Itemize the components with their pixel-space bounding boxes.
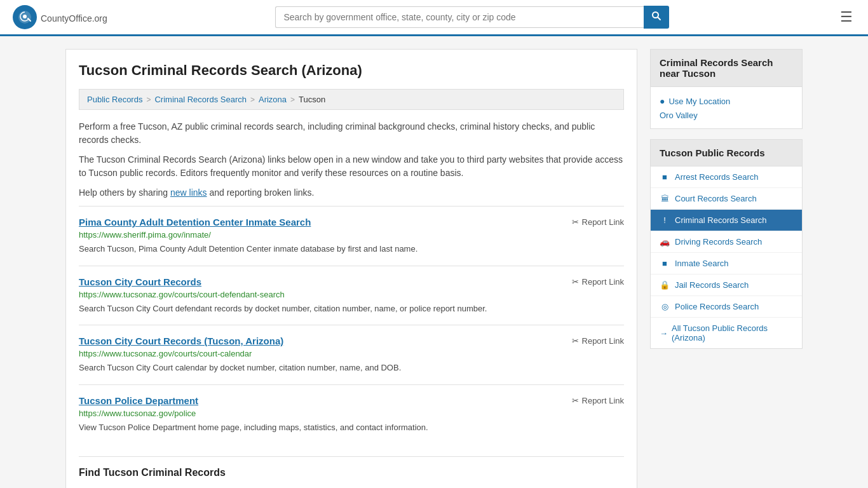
- header: CountyOffice.org ☰: [0, 0, 868, 36]
- result-title-0[interactable]: Pima County Adult Detention Center Inmat…: [79, 217, 311, 227]
- report-link-button-0[interactable]: ✂ Report Link: [572, 217, 624, 227]
- hamburger-menu-button[interactable]: ☰: [837, 6, 855, 28]
- result-desc-0: Search Tucson, Pima County Adult Detenti…: [79, 243, 624, 255]
- use-my-location-button[interactable]: ● Use My Location: [660, 93, 793, 109]
- breadcrumb-sep-2: >: [250, 95, 255, 104]
- result-item-2: Tucson City Court Records (Tucson, Arizo…: [79, 325, 624, 384]
- record-label-inmate: Inmate Search: [675, 259, 729, 268]
- record-label-arrest: Arrest Records Search: [675, 172, 759, 182]
- nearby-content: ● Use My Location Oro Valley: [651, 87, 802, 128]
- all-records-link[interactable]: → All Tucson Public Records (Arizona): [651, 318, 802, 348]
- result-item-1: Tucson City Court Records ✂ Report Link …: [79, 266, 624, 325]
- result-title-2[interactable]: Tucson City Court Records (Tucson, Arizo…: [79, 336, 283, 346]
- result-url-0: https://www.sheriff.pima.gov/inmate/: [79, 230, 624, 240]
- result-header-1: Tucson City Court Records ✂ Report Link: [79, 276, 624, 287]
- result-url-2: https://www.tucsonaz.gov/courts/court-ca…: [79, 349, 624, 358]
- record-label-police: Police Records Search: [675, 302, 759, 311]
- record-item-arrest[interactable]: ■ Arrest Records Search: [651, 166, 802, 188]
- record-item-police[interactable]: ◎ Police Records Search: [651, 296, 802, 318]
- result-header-0: Pima County Adult Detention Center Inmat…: [79, 217, 624, 227]
- description-para3: Help others by sharing new links and rep…: [79, 186, 624, 200]
- report-link-button-1[interactable]: ✂ Report Link: [572, 277, 624, 287]
- report-link-button-2[interactable]: ✂ Report Link: [572, 336, 624, 346]
- result-item-0: Pima County Adult Detention Center Inmat…: [79, 206, 624, 266]
- nearby-header: Criminal Records Search near Tucson: [651, 50, 802, 87]
- result-desc-3: View Tucson Police Department home page,…: [79, 421, 624, 434]
- sidebar: Criminal Records Search near Tucson ● Us…: [650, 49, 803, 488]
- breadcrumb-arizona[interactable]: Arizona: [259, 95, 287, 104]
- record-label-criminal: Criminal Records Search: [675, 215, 767, 225]
- result-item-3: Tucson Police Department ✂ Report Link h…: [79, 384, 624, 444]
- jail-icon: 🔒: [660, 280, 670, 290]
- new-links-link[interactable]: new links: [170, 187, 207, 198]
- court-icon: 🏛: [660, 194, 670, 203]
- result-title-3[interactable]: Tucson Police Department: [79, 395, 198, 406]
- location-pin-icon: ●: [660, 96, 665, 106]
- description-para3-suffix: and reporting broken links.: [207, 187, 315, 198]
- driving-icon: 🚗: [660, 237, 670, 247]
- logo-text: CountyOffice.org: [41, 10, 107, 25]
- public-records-box: Tucson Public Records ■ Arrest Records S…: [650, 139, 803, 349]
- search-input[interactable]: [275, 6, 644, 28]
- result-url-1: https://www.tucsonaz.gov/courts/court-de…: [79, 290, 624, 299]
- record-label-jail: Jail Records Search: [675, 280, 749, 290]
- scissors-icon-2: ✂: [572, 336, 579, 346]
- report-label-2: Report Link: [582, 336, 624, 346]
- search-bar-container: [275, 6, 669, 29]
- breadcrumb-sep-3: >: [290, 95, 295, 104]
- record-label-driving: Driving Records Search: [675, 237, 762, 247]
- description-para3-prefix: Help others by sharing: [79, 187, 170, 198]
- arrest-icon: ■: [660, 172, 670, 182]
- record-item-driving[interactable]: 🚗 Driving Records Search: [651, 231, 802, 253]
- result-url-3: https://www.tucsonaz.gov/police: [79, 409, 624, 418]
- nearby-box: Criminal Records Search near Tucson ● Us…: [650, 49, 803, 129]
- breadcrumb-tucson: Tucson: [299, 95, 325, 104]
- scissors-icon-0: ✂: [572, 217, 579, 227]
- breadcrumb: Public Records > Criminal Records Search…: [79, 89, 624, 110]
- description-para2: The Tucson Criminal Records Search (Ariz…: [79, 153, 624, 180]
- record-label-court: Court Records Search: [675, 194, 757, 203]
- result-header-3: Tucson Police Department ✂ Report Link: [79, 395, 624, 406]
- content-area: Tucson Criminal Records Search (Arizona)…: [65, 49, 637, 488]
- logo-icon: [13, 5, 37, 29]
- report-label-1: Report Link: [582, 277, 624, 287]
- criminal-icon: !: [660, 215, 670, 225]
- scissors-icon-3: ✂: [572, 396, 579, 405]
- arrow-right-icon: →: [660, 329, 668, 338]
- police-icon: ◎: [660, 302, 670, 311]
- result-desc-2: Search Tucson City Court calendar by doc…: [79, 362, 624, 374]
- record-item-criminal[interactable]: ! Criminal Records Search: [651, 210, 802, 231]
- result-header-2: Tucson City Court Records (Tucson, Arizo…: [79, 336, 624, 346]
- all-records-label: All Tucson Public Records (Arizona): [672, 323, 793, 342]
- result-desc-1: Search Tucson City Court defendant recor…: [79, 302, 624, 315]
- result-title-1[interactable]: Tucson City Court Records: [79, 276, 201, 287]
- record-item-court[interactable]: 🏛 Court Records Search: [651, 188, 802, 210]
- nearby-link-0[interactable]: Oro Valley: [660, 109, 793, 122]
- use-location-label: Use My Location: [668, 97, 730, 106]
- scissors-icon-1: ✂: [572, 277, 579, 287]
- logo-suffix: .org: [92, 13, 107, 24]
- record-item-inmate[interactable]: ■ Inmate Search: [651, 253, 802, 274]
- svg-point-1: [23, 15, 27, 18]
- breadcrumb-public-records[interactable]: Public Records: [87, 95, 142, 104]
- page-title: Tucson Criminal Records Search (Arizona): [79, 62, 624, 79]
- logo-area: CountyOffice.org: [13, 5, 107, 29]
- inmate-icon: ■: [660, 259, 670, 268]
- breadcrumb-criminal-records-search[interactable]: Criminal Records Search: [154, 95, 247, 104]
- record-item-jail[interactable]: 🔒 Jail Records Search: [651, 274, 802, 296]
- logo-brand: CountyOffice: [41, 13, 92, 24]
- report-label-0: Report Link: [582, 217, 624, 227]
- public-records-header: Tucson Public Records: [651, 140, 802, 166]
- search-button[interactable]: [644, 6, 669, 29]
- main-container: Tucson Criminal Records Search (Arizona)…: [53, 36, 815, 488]
- find-section-title: Find Tucson Criminal Records: [79, 456, 624, 478]
- report-link-button-3[interactable]: ✂ Report Link: [572, 396, 624, 405]
- description-para1: Perform a free Tucson, AZ public crimina…: [79, 120, 624, 147]
- svg-line-3: [658, 17, 660, 20]
- breadcrumb-sep-1: >: [146, 95, 151, 104]
- report-label-3: Report Link: [582, 396, 624, 405]
